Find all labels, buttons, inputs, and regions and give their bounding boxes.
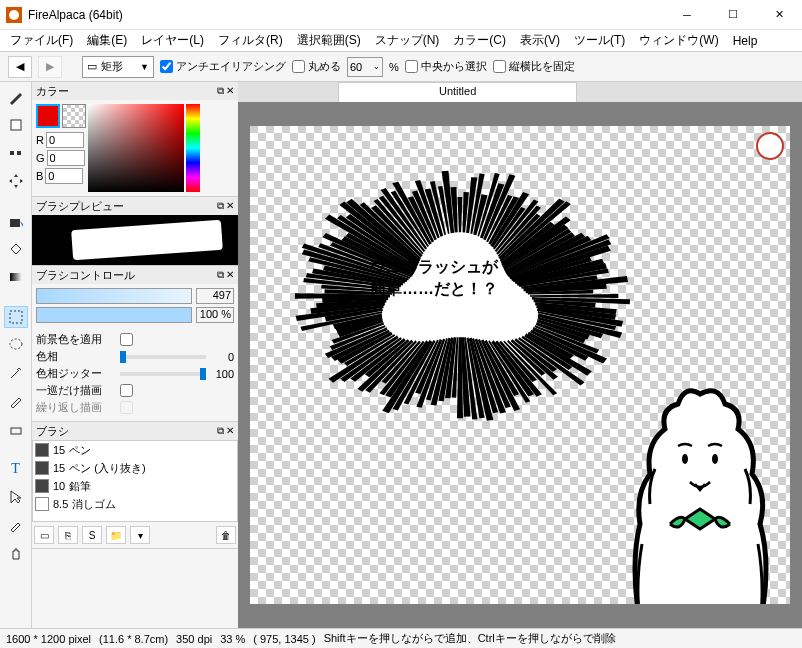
b-input[interactable]: [45, 168, 83, 184]
opacity-slider[interactable]: [36, 307, 192, 323]
brush-item[interactable]: 10鉛筆: [33, 477, 237, 495]
close-panel-icon[interactable]: ✕: [226, 85, 234, 97]
brush-preview-area: [32, 215, 238, 265]
select-rect-tool[interactable]: [4, 306, 28, 328]
fixed-ratio-checkbox[interactable]: 縦横比を固定: [493, 59, 575, 74]
select-eraser-tool[interactable]: [4, 418, 28, 440]
options-toolbar: ◀ ▶ ▭ 矩形 ▼ アンチエイリアシング 丸める 60⌄ % 中央から選択 縦…: [0, 52, 802, 82]
app-icon: [6, 7, 22, 23]
menu-edit[interactable]: 編集(E): [81, 30, 133, 51]
document-tabs: Untitled: [238, 82, 802, 102]
brush-item[interactable]: 8.5消しゴム: [33, 495, 237, 513]
operation-tool[interactable]: [4, 486, 28, 508]
svg-rect-4: [17, 151, 21, 155]
down-button[interactable]: ▾: [130, 526, 150, 544]
bucket-tool[interactable]: [4, 238, 28, 260]
menu-file[interactable]: ファイル(F): [4, 30, 79, 51]
svg-point-12: [712, 454, 718, 464]
menu-select[interactable]: 選択範囲(S): [291, 30, 367, 51]
hue-slider-ctrl[interactable]: [120, 355, 206, 359]
dot-tool[interactable]: [4, 142, 28, 164]
chevron-down-icon: ▼: [140, 62, 149, 72]
brush-preview-panel: ブラシプレビュー⧉✕: [32, 197, 238, 266]
apply-fg-checkbox[interactable]: [120, 333, 133, 346]
svg-rect-2: [11, 120, 21, 130]
brush-tool[interactable]: [4, 86, 28, 108]
text-tool[interactable]: T: [4, 458, 28, 480]
round-value-input[interactable]: 60⌄: [347, 57, 383, 77]
close-button[interactable]: ✕: [756, 0, 802, 30]
eyedropper-tool[interactable]: [4, 514, 28, 536]
svg-point-8: [10, 339, 22, 349]
gradient-tool[interactable]: [4, 266, 28, 288]
titlebar: FireAlpaca (64bit) ─ ☐ ✕: [0, 0, 802, 30]
canvas-viewport[interactable]: ウニフラッシュが 簡単……だと！？: [238, 102, 802, 628]
menu-window[interactable]: ウィンドウ(W): [633, 30, 724, 51]
svg-point-1: [9, 10, 19, 20]
window-title: FireAlpaca (64bit): [28, 8, 664, 22]
canvas-area: Untitled ウニフラッシュが 簡単……だと！？: [238, 82, 802, 628]
menu-filter[interactable]: フィルタ(R): [212, 30, 289, 51]
svg-rect-7: [10, 311, 22, 323]
r-input[interactable]: [46, 132, 84, 148]
svg-point-11: [682, 454, 688, 464]
brush-control-panel: ブラシコントロール⧉✕ 497 100 % 前景色を適用 色相0 色相ジッター1…: [32, 266, 238, 422]
menu-tool[interactable]: ツール(T): [568, 30, 631, 51]
brush-item[interactable]: 15ペン (入り抜き): [33, 459, 237, 477]
menu-help[interactable]: Help: [727, 32, 764, 50]
dup-brush-button[interactable]: ⎘: [58, 526, 78, 544]
menu-color[interactable]: カラー(C): [447, 30, 512, 51]
brush-list[interactable]: 15ペン 15ペン (入り抜き) 10鉛筆 8.5消しゴム: [32, 440, 238, 522]
mascot-icon: [756, 132, 784, 160]
background-swatch[interactable]: [62, 104, 86, 128]
g-input[interactable]: [47, 150, 85, 166]
statusbar: 1600 * 1200 pixel (11.6 * 8.7cm) 350 dpi…: [0, 628, 802, 648]
svg-rect-9: [11, 428, 21, 434]
alpaca-illustration: [600, 364, 780, 604]
menu-layer[interactable]: レイヤー(L): [135, 30, 210, 51]
brush-list-panel: ブラシ⧉✕ 15ペン 15ペン (入り抜き) 10鉛筆 8.5消しゴム ▭ ⎘ …: [32, 422, 238, 549]
hue-slider[interactable]: [186, 104, 200, 192]
hue-jitter-slider[interactable]: [120, 372, 206, 376]
menubar: ファイル(F) 編集(E) レイヤー(L) フィルタ(R) 選択範囲(S) スナ…: [0, 30, 802, 52]
add-brush-button[interactable]: ▭: [34, 526, 54, 544]
lasso-tool[interactable]: [4, 334, 28, 356]
from-center-checkbox[interactable]: 中央から選択: [405, 59, 487, 74]
folder-button[interactable]: 📁: [106, 526, 126, 544]
size-slider[interactable]: [36, 288, 192, 304]
artboard[interactable]: ウニフラッシュが 簡単……だと！？: [250, 126, 790, 604]
hand-tool[interactable]: [4, 542, 28, 564]
brush-item[interactable]: 15ペン: [33, 441, 237, 459]
nav-back-button[interactable]: ◀: [8, 56, 32, 78]
rectangle-icon: ▭: [87, 60, 97, 73]
color-gradient[interactable]: [88, 104, 184, 192]
panels-column: カラー⧉✕ R G B: [32, 82, 238, 628]
tool-column: T: [0, 82, 32, 628]
undock-icon[interactable]: ⧉: [217, 85, 224, 97]
move-tool[interactable]: [4, 170, 28, 192]
svg-rect-6: [10, 273, 22, 281]
maximize-button[interactable]: ☐: [710, 0, 756, 30]
nav-forward-button[interactable]: ▶: [38, 56, 62, 78]
menu-view[interactable]: 表示(V): [514, 30, 566, 51]
foreground-swatch[interactable]: [36, 104, 60, 128]
antialias-checkbox[interactable]: アンチエイリアシング: [160, 59, 286, 74]
magic-wand-tool[interactable]: [4, 362, 28, 384]
script-button[interactable]: S: [82, 526, 102, 544]
delete-brush-button[interactable]: 🗑: [216, 526, 236, 544]
menu-snap[interactable]: スナップ(N): [369, 30, 446, 51]
once-checkbox[interactable]: [120, 384, 133, 397]
svg-rect-5: [10, 219, 20, 227]
document-tab[interactable]: Untitled: [338, 82, 577, 102]
round-checkbox[interactable]: 丸める: [292, 59, 341, 74]
eraser-tool[interactable]: [4, 114, 28, 136]
fill-tool[interactable]: [4, 210, 28, 232]
speech-text: ウニフラッシュが 簡単……だと！？: [370, 256, 498, 301]
select-pen-tool[interactable]: [4, 390, 28, 412]
color-panel: カラー⧉✕ R G B: [32, 82, 238, 197]
minimize-button[interactable]: ─: [664, 0, 710, 30]
svg-rect-3: [10, 151, 14, 155]
shape-combo[interactable]: ▭ 矩形 ▼: [82, 56, 154, 78]
